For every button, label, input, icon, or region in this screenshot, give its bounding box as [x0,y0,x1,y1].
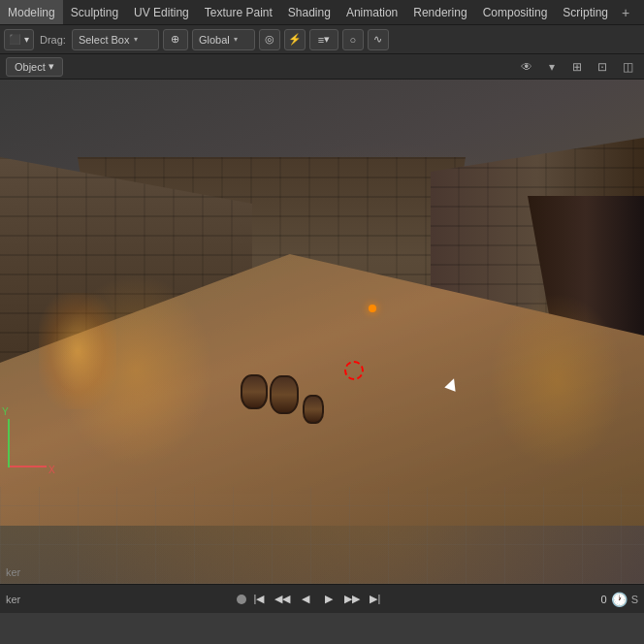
wall-sconce-glow-left [39,293,116,409]
menu-item-shading[interactable]: Shading [280,0,338,24]
menu-label-animation: Animation [346,6,398,19]
overlay-icon: ⊡ [597,60,607,74]
snap-btn[interactable]: ⚡ [284,29,306,50]
step-back-btn[interactable]: ◀◀ [272,589,293,610]
menu-label-texture-paint: Texture Paint [205,6,273,19]
global-dropdown[interactable]: Global ▾ [192,29,255,50]
overlay-btn[interactable]: ⊡ [592,57,613,77]
viewport-shading-rendered-btn[interactable]: 👁 [516,57,537,77]
orientation-icon-btn[interactable]: ⊕ [163,29,188,50]
snap-icon: ⚡ [288,33,302,46]
proportional-wave-btn[interactable]: ∿ [368,29,389,50]
proportional-wave-icon: ∿ [373,33,382,46]
jump-end-icon: ▶| [370,593,380,605]
menu-label-compositing: Compositing [483,6,548,19]
menu-item-rendering[interactable]: Rendering [405,0,474,24]
viewport[interactable]: X Y ker [0,80,644,584]
toolbar: ⬛ ▾ Drag: Select Box ▾ ⊕ Global ▾ ◎ ⚡ ≡ … [0,25,644,54]
drag-label: Drag: [38,34,68,46]
axis-x-label: X [48,465,55,475]
gizmo-btn[interactable]: ⊞ [566,57,588,77]
object-mode-arrow: ▾ [48,60,54,73]
object-mode-dropdown[interactable]: Object ▾ [6,57,63,77]
menu-item-sculpting[interactable]: Sculpting [63,0,126,24]
pivot-btn[interactable]: ◎ [259,29,280,50]
step-forward-btn[interactable]: ▶▶ [341,589,363,610]
play-forward-icon: ▶ [325,593,333,605]
mode-dropdown[interactable]: ⬛ ▾ [4,29,34,50]
top-menu-bar: Modeling Sculpting UV Editing Texture Pa… [0,0,644,25]
playback-speed-indicator: S [631,594,638,605]
jump-end-btn[interactable]: ▶| [365,589,386,610]
jump-start-btn[interactable]: |◀ [248,589,270,610]
barrel-1 [241,374,268,409]
axis-y-label: Y [2,406,9,417]
clock-symbol: 🕐 [611,592,628,607]
barrel-2 [270,375,299,414]
scene-canvas: X Y ker [0,80,644,584]
header-right-controls: 👁 ▾ ⊞ ⊡ ◫ [516,57,638,77]
timeline-bar: ker |◀ ◀◀ ◀ ▶ ▶▶ ▶| 0 🕐 S [0,584,644,613]
select-box-dropdown[interactable]: Select Box ▾ [72,29,159,50]
menu-label-sculpting: Sculpting [71,6,118,19]
timeline-right-controls: 0 🕐 S [578,592,638,607]
timeline-left-label: ker [6,594,45,605]
point-light-object [369,305,376,312]
timeline-marker[interactable] [237,595,246,604]
grid-overlay [0,487,644,584]
proportional-btn[interactable]: ○ [342,29,364,50]
gizmo-icon: ⊞ [572,60,582,74]
play-forward-btn[interactable]: ▶ [318,589,339,610]
viewport-label: ker [6,566,20,578]
viewport-shading-icon: 👁 [521,60,532,74]
add-workspace-icon: + [622,5,629,20]
frame-number: 0 [578,594,607,605]
xray-icon: ◫ [623,60,633,74]
mode-arrow: ▾ [24,34,29,45]
select-box-label: Select Box [79,34,130,46]
menu-item-compositing[interactable]: Compositing [475,0,556,24]
viewport-shading-arrow-icon: ▾ [549,60,555,74]
select-box-arrow: ▾ [134,35,138,44]
play-back-icon: ◀ [302,593,309,605]
menu-label-modeling: Modeling [8,6,55,19]
step-back-icon: ◀◀ [274,593,290,605]
timeline-controls: |◀ ◀◀ ◀ ▶ ▶▶ ▶| [48,589,574,610]
play-back-btn[interactable]: ◀ [295,589,316,610]
axis-y-indicator [8,419,10,467]
snap-arrow: ▾ [324,33,330,46]
menu-item-modeling[interactable]: Modeling [0,0,63,24]
header-bar: Object ▾ 👁 ▾ ⊞ ⊡ ◫ [0,54,644,80]
orientation-icon: ⊕ [171,33,179,46]
object-mode-label: Object [15,61,46,73]
menu-label-shading: Shading [288,6,331,19]
axis-x-indicator [8,466,47,467]
pivot-icon: ◎ [265,33,274,46]
snap-options-btn[interactable]: ≡ ▾ [309,29,338,50]
global-arrow: ▾ [234,35,238,44]
step-forward-icon: ▶▶ [344,593,360,605]
jump-start-icon: |◀ [253,593,264,605]
menu-item-texture-paint[interactable]: Texture Paint [197,0,280,24]
barrel-3 [303,395,324,424]
menu-label-rendering: Rendering [413,6,467,19]
menu-label-uv-editing: UV Editing [134,6,189,19]
menu-item-scripting[interactable]: Scripting [555,0,616,24]
global-label: Global [199,34,230,46]
mode-icon: ⬛ [9,34,20,45]
menu-item-animation[interactable]: Animation [338,0,405,24]
proportional-icon: ○ [350,34,357,46]
clock-icon[interactable]: 🕐 [611,592,628,607]
xray-btn[interactable]: ◫ [617,57,638,77]
viewport-shading-arrow[interactable]: ▾ [541,57,563,77]
menu-item-add[interactable]: + [616,0,635,24]
menu-label-scripting: Scripting [563,6,608,19]
menu-item-uv-editing[interactable]: UV Editing [126,0,197,24]
